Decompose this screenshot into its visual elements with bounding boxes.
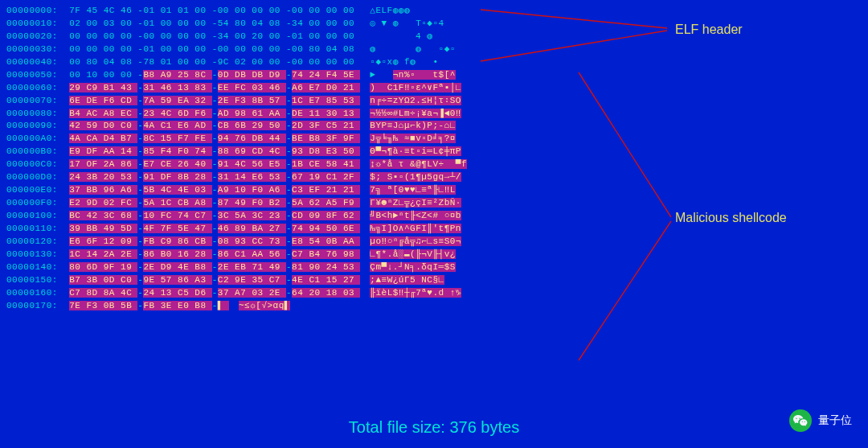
hex-row: 00000090: 42 59 D0 C0 -4A C1 E6 AD -CB 6…	[6, 120, 862, 133]
hex-bytes: 37 BB 96 A6 -5B 4C 4E 03 -A9 10 F0 A6 -C…	[69, 185, 360, 195]
ascii-dump: ╟ïèL$‼┼╓7ª♥.d ↑♑	[370, 287, 461, 300]
hex-bytes: 00 80 04 08 -78 01 00 00 -9C 02 00 00 -0…	[69, 57, 360, 67]
ascii-dump: $; S▪▫(1¶µ5gq→┴/	[370, 171, 461, 184]
hex-row: 000000F0: E2 9D 02 FC -5A 1C CB A8 -87 4…	[6, 197, 862, 210]
hex-row: 00000140: 80 6D 9F 19 -2E D9 4E B8 -2E E…	[6, 261, 862, 274]
hex-row: 000000C0: 17 OF 2A 86 -E7 CE 26 40 -91 4…	[6, 158, 862, 171]
hex-row: 00000070: 6E DE F6 CD -7A 59 EA 32 -2E F…	[6, 95, 862, 108]
footer-total-size: Total file size: 376 bytes	[0, 418, 868, 437]
ascii-dump: ▫◆▫x◍ f◍ •	[370, 56, 438, 69]
hex-row: 00000160: C7 8D 8A 4C -24 13 C5 D6 -37 A…	[6, 287, 862, 300]
ascii-dump: ~≤☼[√>αq▌	[239, 300, 290, 313]
offset: 00000060:	[6, 83, 69, 92]
hex-bytes: E6 6F 12 09 -FB C9 86 CB -08 93 CC 73 -E…	[69, 236, 360, 246]
hex-bytes: B7 3B 0D C0 -9E 57 86 A3 -C2 9E 35 C7 -4…	[69, 275, 360, 285]
ascii-dump: Çm▀↓.┘N╕.δqI═$S	[370, 261, 456, 274]
offset: 00000020:	[6, 31, 69, 41]
elf-header-label: ELF header	[675, 23, 743, 37]
offset: 00000030:	[6, 44, 69, 54]
ascii-dump: 7╗ ª[0♥♥∟≡ª╟∟‼L	[370, 184, 456, 197]
ascii-dump: △ELF◍◍◍	[370, 5, 410, 18]
hex-row: 00000000: 7F 45 4C 46 -01 01 01 00 -00 0…	[6, 5, 862, 18]
hex-row: 000000E0: 37 BB 96 A6 -5B 4C 4E 03 -A9 1…	[6, 184, 862, 197]
hex-row: 00000150: B7 3B 0D C0 -9E 57 86 A3 -C2 9…	[6, 274, 862, 287]
ascii-dump: Θ▀¬¶à·≡t▫i═L¢╪πP	[370, 146, 461, 158]
ascii-dump: BYP≡J⌂μ⌐k)P;-⌂∟	[370, 120, 456, 133]
offset: 00000120:	[6, 236, 69, 246]
offset: 000000E0:	[6, 185, 69, 195]
offset: 00000070:	[6, 96, 69, 105]
offset: 00000170:	[6, 301, 69, 310]
hex-bytes: 4A CA D4 B7 -8C 15 F7 FE -94 76 DB 44 -B…	[69, 134, 360, 143]
ascii-dump: ) C1F‼▫ε^∨Fª▪│∟	[370, 82, 461, 95]
offset: 00000050:	[6, 70, 69, 80]
hex-row: 000000B0: E9 DF AA 14 -85 F4 F0 74 -88 6…	[6, 146, 862, 158]
hex-row: 00000170: 7E F3 0B 5B -FB 3E E0 B8 -▌ ~≤…	[6, 300, 862, 313]
offset: 000000C0:	[6, 159, 69, 169]
offset: 00000010:	[6, 18, 69, 28]
ascii-dump: Γ¥☻ⁿZ∟╦¿çI≡²ZbÑ·	[370, 197, 461, 210]
offset: 00000160:	[6, 288, 69, 298]
hex-row: 000000D0: 24 3B 20 53 -91 DF 8B 28 -31 1…	[6, 171, 862, 184]
hex-bytes: 02 00 03 00 -01 00 00 00 -54 80 04 08 -3…	[69, 18, 360, 28]
shellcode-label: Malicious shellcode	[675, 211, 787, 225]
offset: 00000080:	[6, 109, 69, 118]
ascii-dump: ;▲≡W¿úΓ5 NC§∟	[370, 274, 444, 287]
offset: 00000040:	[6, 57, 69, 67]
hex-bytes: 00 10 00 00 -B8 A9 25 8C -0D DB DB D9 -7…	[69, 70, 360, 80]
offset: 00000130:	[6, 249, 69, 259]
hex-bytes: 42 59 D0 C0 -4A C1 E6 AD -CB 6B 29 50 -2…	[69, 121, 360, 130]
watermark-text: 量子位	[818, 413, 852, 428]
hex-bytes: E2 9D 02 FC -5A 1C CB A8 -87 49 F0 B2 -5…	[69, 198, 360, 208]
hex-bytes: B4 AC A8 EC -23 4C 6D F6 -AD 98 61 AA -D…	[69, 109, 360, 118]
ascii-dump: 4 ◍	[370, 31, 432, 43]
ascii-dump: ¬½½∞#Lm÷¡¥a¬▐◄0‼	[370, 108, 461, 121]
hex-bytes: 7F 45 4C 46 -01 01 01 00 -00 00 00 00 -0…	[69, 6, 360, 15]
hex-row: 00000050: 00 10 00 00 -B8 A9 25 8C -0D D…	[6, 69, 862, 82]
hex-bytes: C7 8D 8A 4C -24 13 C5 D6 -37 A7 03 2E -6…	[69, 288, 360, 298]
hex-bytes: 17 OF 2A 86 -E7 CE 26 40 -91 4C 56 E5 -1…	[69, 159, 360, 169]
ascii-dump: ╝B<h►ⁿt╟<Z<# ○¤b	[370, 210, 461, 223]
hex-row: 00000030: 00 00 00 00 -01 00 00 00 -00 0…	[6, 43, 862, 56]
hex-bytes: 24 3B 20 53 -91 DF 8B 28 -31 14 E6 53 -6…	[69, 172, 360, 182]
ascii-dump: n╒÷=zYΩ2.≤H¦τ∶SO	[370, 95, 461, 108]
hex-row: 00000130: 1C 14 2A 2E -86 B0 16 28 -86 C…	[6, 249, 862, 261]
offset: 000000F0:	[6, 198, 69, 208]
hex-bytes: 29 C9 B1 43 -31 46 13 83 -EE FC 03 46 -A…	[69, 83, 360, 92]
hex-bytes: BC 42 3C 68 -10 FC 74 C7 -3C 5A 3C 23 -C…	[69, 211, 360, 220]
watermark: 量子位	[789, 409, 852, 432]
offset: 00000100:	[6, 211, 69, 220]
hex-dump-view: 00000000: 7F 45 4C 46 -01 01 01 00 -00 0…	[0, 0, 868, 318]
offset: 000000D0:	[6, 172, 69, 182]
ascii-dump: ◎ ▼ ◍ T▫◆▫4	[370, 18, 444, 31]
hex-row: 00000060: 29 C9 B1 43 -31 46 13 83 -EE F…	[6, 82, 862, 95]
hex-row: 00000120: E6 6F 12 09 -FB C9 86 CB -08 9…	[6, 236, 862, 249]
offset: 00000140:	[6, 262, 69, 272]
hex-bytes: 1C 14 2A 2E -86 B0 16 28 -86 C1 AA 56 -C…	[69, 249, 360, 259]
ascii-dump: ₧╗I]O∧^GFI║'t¶Pn	[370, 223, 461, 236]
ascii-dump: ◍ ◍ ▫◆▫	[370, 43, 456, 56]
hex-bytes: 39 BB 49 5D -4F 7F 5E 47 -46 89 BA 27 -7…	[69, 224, 360, 233]
offset: 000000A0:	[6, 134, 69, 143]
offset: 00000150:	[6, 275, 69, 285]
ascii-dump: ► ¬n%▫ t$[^	[370, 69, 456, 82]
hex-bytes: 00 00 00 00 -01 00 00 00 -00 00 00 00 -0…	[69, 44, 360, 54]
offset: 00000090:	[6, 121, 69, 130]
ascii-dump: ↨☼*å τ &@¶LV÷ ▀f	[370, 158, 467, 171]
hex-bytes: 80 6D 9F 19 -2E D9 4E B8 -2E EB 71 49 -8…	[69, 262, 360, 272]
ascii-dump: J╦╘╖₧ ≈■v▫D╛╕?¤	[370, 133, 456, 146]
offset: 00000000:	[6, 6, 69, 15]
hex-bytes: E9 DF AA 14 -85 F4 F0 74 -88 69 CD 4C -9…	[69, 146, 360, 156]
hex-row: 00000080: B4 AC A8 EC -23 4C 6D F6 -AD 9…	[6, 108, 862, 121]
offset: 000000B0:	[6, 146, 69, 156]
hex-row: 00000040: 00 80 04 08 -78 01 00 00 -9C 0…	[6, 56, 862, 69]
offset: 00000110:	[6, 224, 69, 233]
wechat-icon	[789, 409, 812, 432]
ascii-dump: µo‼○ⁿ╔å╦♫⌐∟s≡S0¬	[370, 236, 461, 249]
hex-bytes: 6E DE F6 CD -7A 59 EA 32 -2E F3 8B 57 -1…	[69, 96, 360, 105]
ascii-dump: ∟¶*.å░▬(╟¬V╟┤v¿	[370, 249, 456, 261]
hex-bytes: 00 00 00 00 -00 00 00 00 -34 00 20 00 -0…	[69, 31, 360, 41]
hex-bytes: 7E F3 0B 5B -FB 3E E0 B8 -▌	[69, 301, 229, 310]
hex-row: 000000A0: 4A CA D4 B7 -8C 15 F7 FE -94 7…	[6, 133, 862, 146]
